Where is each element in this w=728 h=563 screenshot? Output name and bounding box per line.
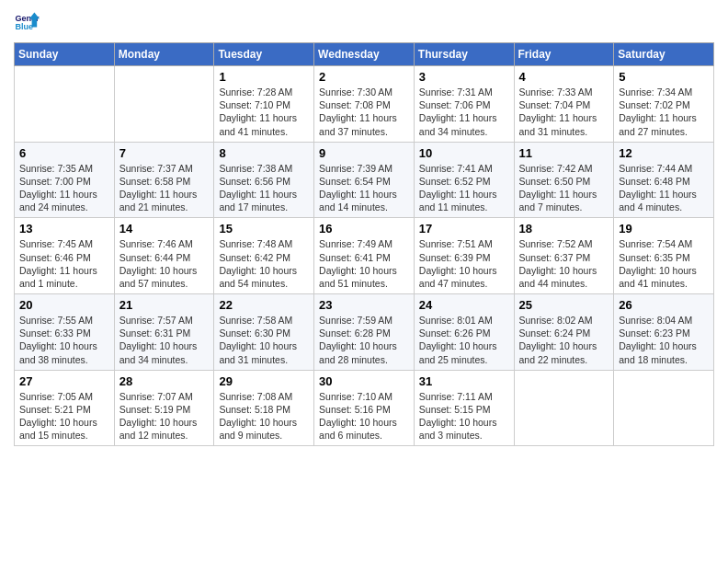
calendar-cell: 24Sunrise: 8:01 AM Sunset: 6:26 PM Dayli… [414,294,514,371]
day-info: Sunrise: 7:45 AM Sunset: 6:46 PM Dayligh… [19,237,109,290]
calendar-week-5: 27Sunrise: 7:05 AM Sunset: 5:21 PM Dayli… [15,370,714,446]
day-number: 14 [119,222,210,236]
day-number: 3 [419,70,509,84]
calendar-cell: 11Sunrise: 7:42 AM Sunset: 6:50 PM Dayli… [514,142,614,218]
day-info: Sunrise: 7:35 AM Sunset: 7:00 PM Dayligh… [19,162,109,214]
weekday-header-wednesday: Wednesday [314,43,415,66]
calendar-cell: 10Sunrise: 7:41 AM Sunset: 6:52 PM Dayli… [414,142,514,218]
day-number: 12 [619,146,709,160]
day-info: Sunrise: 7:57 AM Sunset: 6:31 PM Dayligh… [119,314,210,366]
calendar-cell: 20Sunrise: 7:55 AM Sunset: 6:33 PM Dayli… [15,294,115,371]
day-number: 17 [419,222,509,236]
calendar-cell: 25Sunrise: 8:02 AM Sunset: 6:24 PM Dayli… [514,294,614,371]
day-number: 8 [219,146,309,160]
calendar-week-2: 6Sunrise: 7:35 AM Sunset: 7:00 PM Daylig… [15,142,714,218]
calendar-cell: 22Sunrise: 7:58 AM Sunset: 6:30 PM Dayli… [214,294,314,371]
calendar-cell: 30Sunrise: 7:10 AM Sunset: 5:16 PM Dayli… [314,370,415,446]
day-info: Sunrise: 8:02 AM Sunset: 6:24 PM Dayligh… [519,314,609,366]
day-number: 5 [619,70,709,84]
day-number: 7 [119,146,210,160]
calendar-cell: 23Sunrise: 7:59 AM Sunset: 6:28 PM Dayli… [314,294,415,371]
calendar-cell: 31Sunrise: 7:11 AM Sunset: 5:15 PM Dayli… [414,370,514,446]
weekday-header-thursday: Thursday [414,43,514,66]
calendar-cell: 2Sunrise: 7:30 AM Sunset: 7:08 PM Daylig… [314,66,415,143]
day-info: Sunrise: 7:05 AM Sunset: 5:21 PM Dayligh… [19,390,109,442]
day-info: Sunrise: 7:55 AM Sunset: 6:33 PM Dayligh… [19,314,109,366]
calendar-cell [614,370,714,446]
calendar-cell: 3Sunrise: 7:31 AM Sunset: 7:06 PM Daylig… [414,66,514,143]
day-info: Sunrise: 7:34 AM Sunset: 7:02 PM Dayligh… [619,86,709,138]
weekday-header-monday: Monday [114,43,214,66]
day-info: Sunrise: 7:54 AM Sunset: 6:35 PM Dayligh… [619,237,709,290]
day-number: 31 [419,374,509,388]
day-number: 6 [19,146,109,160]
calendar-cell: 15Sunrise: 7:48 AM Sunset: 6:42 PM Dayli… [214,218,314,294]
weekday-header-saturday: Saturday [614,43,714,66]
calendar-cell: 29Sunrise: 7:08 AM Sunset: 5:18 PM Dayli… [214,370,314,446]
page-header: General Blue [14,9,714,35]
day-number: 28 [119,374,210,388]
day-info: Sunrise: 7:38 AM Sunset: 6:56 PM Dayligh… [219,162,309,214]
day-info: Sunrise: 7:11 AM Sunset: 5:15 PM Dayligh… [419,390,509,442]
calendar-cell: 19Sunrise: 7:54 AM Sunset: 6:35 PM Dayli… [614,218,714,294]
calendar-cell: 26Sunrise: 8:04 AM Sunset: 6:23 PM Dayli… [614,294,714,371]
day-info: Sunrise: 7:51 AM Sunset: 6:39 PM Dayligh… [419,237,509,290]
calendar-cell: 4Sunrise: 7:33 AM Sunset: 7:04 PM Daylig… [514,66,614,143]
calendar-cell: 28Sunrise: 7:07 AM Sunset: 5:19 PM Dayli… [114,370,214,446]
calendar-cell: 9Sunrise: 7:39 AM Sunset: 6:54 PM Daylig… [314,142,415,218]
weekday-header-row: SundayMondayTuesdayWednesdayThursdayFrid… [15,43,714,66]
day-info: Sunrise: 7:59 AM Sunset: 6:28 PM Dayligh… [319,314,409,366]
day-number: 30 [319,374,409,388]
day-number: 11 [519,146,609,160]
calendar-cell: 14Sunrise: 7:46 AM Sunset: 6:44 PM Dayli… [114,218,214,294]
day-info: Sunrise: 7:30 AM Sunset: 7:08 PM Dayligh… [319,86,409,138]
weekday-header-tuesday: Tuesday [214,43,314,66]
calendar-cell [114,66,214,143]
calendar-cell: 8Sunrise: 7:38 AM Sunset: 6:56 PM Daylig… [214,142,314,218]
day-number: 15 [219,222,309,236]
day-info: Sunrise: 7:44 AM Sunset: 6:48 PM Dayligh… [619,162,709,214]
calendar-cell: 27Sunrise: 7:05 AM Sunset: 5:21 PM Dayli… [15,370,115,446]
day-number: 21 [119,298,210,312]
logo: General Blue [14,9,40,35]
calendar-cell: 21Sunrise: 7:57 AM Sunset: 6:31 PM Dayli… [114,294,214,371]
day-number: 26 [619,298,709,312]
svg-text:Blue: Blue [15,22,33,31]
day-info: Sunrise: 7:46 AM Sunset: 6:44 PM Dayligh… [119,237,210,290]
calendar-cell [514,370,614,446]
logo-icon: General Blue [14,9,40,35]
weekday-header-friday: Friday [514,43,614,66]
calendar-cell: 13Sunrise: 7:45 AM Sunset: 6:46 PM Dayli… [15,218,115,294]
day-number: 1 [219,70,309,84]
calendar-cell: 12Sunrise: 7:44 AM Sunset: 6:48 PM Dayli… [614,142,714,218]
day-info: Sunrise: 7:49 AM Sunset: 6:41 PM Dayligh… [319,237,409,290]
day-number: 27 [19,374,109,388]
day-info: Sunrise: 7:37 AM Sunset: 6:58 PM Dayligh… [119,162,210,214]
day-number: 18 [519,222,609,236]
day-number: 23 [319,298,409,312]
day-info: Sunrise: 7:39 AM Sunset: 6:54 PM Dayligh… [319,162,409,214]
day-info: Sunrise: 7:42 AM Sunset: 6:50 PM Dayligh… [519,162,609,214]
day-number: 24 [419,298,509,312]
calendar-table: SundayMondayTuesdayWednesdayThursdayFrid… [14,42,714,446]
day-info: Sunrise: 8:04 AM Sunset: 6:23 PM Dayligh… [619,314,709,366]
calendar-week-4: 20Sunrise: 7:55 AM Sunset: 6:33 PM Dayli… [15,294,714,371]
day-info: Sunrise: 7:08 AM Sunset: 5:18 PM Dayligh… [219,390,309,442]
calendar-cell: 1Sunrise: 7:28 AM Sunset: 7:10 PM Daylig… [214,66,314,143]
calendar-cell: 7Sunrise: 7:37 AM Sunset: 6:58 PM Daylig… [114,142,214,218]
calendar-cell: 16Sunrise: 7:49 AM Sunset: 6:41 PM Dayli… [314,218,415,294]
day-number: 29 [219,374,309,388]
day-number: 4 [519,70,609,84]
day-number: 22 [219,298,309,312]
calendar-cell: 18Sunrise: 7:52 AM Sunset: 6:37 PM Dayli… [514,218,614,294]
day-info: Sunrise: 7:58 AM Sunset: 6:30 PM Dayligh… [219,314,309,366]
day-info: Sunrise: 7:48 AM Sunset: 6:42 PM Dayligh… [219,237,309,290]
weekday-header-sunday: Sunday [15,43,115,66]
day-number: 16 [319,222,409,236]
day-number: 19 [619,222,709,236]
day-number: 20 [19,298,109,312]
day-info: Sunrise: 7:33 AM Sunset: 7:04 PM Dayligh… [519,86,609,138]
day-info: Sunrise: 8:01 AM Sunset: 6:26 PM Dayligh… [419,314,509,366]
calendar-cell: 6Sunrise: 7:35 AM Sunset: 7:00 PM Daylig… [15,142,115,218]
day-info: Sunrise: 7:41 AM Sunset: 6:52 PM Dayligh… [419,162,509,214]
